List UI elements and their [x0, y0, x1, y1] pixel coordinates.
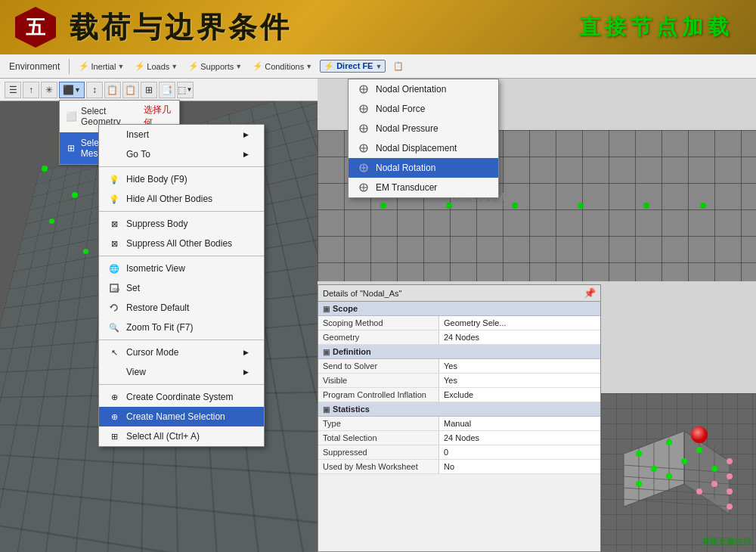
ctx-suppress-body[interactable]: ⊠ Suppress Body: [99, 214, 264, 234]
direct-fe-dropdown-arrow: ▼: [376, 63, 383, 70]
svg-point-32: [727, 458, 733, 464]
definition-toggle: ▣: [323, 348, 330, 356]
svg-point-38: [691, 426, 708, 443]
ctx-sep2: [99, 211, 264, 212]
def-row-2: Visible Yes: [318, 374, 600, 388]
send-to-solver-value[interactable]: Yes: [439, 359, 600, 373]
scope-row-1: Scoping Method Geometry Sele...: [318, 316, 600, 330]
svg-point-30: [636, 481, 642, 487]
select-all-icon: ⊞: [108, 430, 120, 442]
statistics-section-header[interactable]: ▣ Statistics: [318, 402, 600, 417]
def-row-1: Send to Solver Yes: [318, 359, 600, 374]
pin-button[interactable]: 📌: [584, 287, 596, 299]
loads-icon: ⚡: [135, 61, 145, 71]
scope-toggle: ▣: [323, 305, 330, 313]
used-by-mesh-value[interactable]: No: [439, 460, 600, 473]
icon-btn-5[interactable]: 📋: [104, 82, 121, 98]
total-selection-value[interactable]: 24 Nodes: [439, 431, 600, 445]
cursor-icon: ↖: [108, 346, 120, 358]
dfe-nodal-orientation[interactable]: Nodal Orientation: [349, 79, 498, 99]
ctx-restore-default[interactable]: Restore Default: [99, 298, 264, 318]
definition-section-header[interactable]: ▣ Definition: [318, 345, 600, 359]
ctx-create-named[interactable]: ⊕ Create Named Selection: [99, 407, 264, 426]
conditions-icon: ⚡: [253, 61, 263, 71]
visible-value[interactable]: Yes: [439, 374, 600, 387]
set-icon: iso: [108, 282, 120, 294]
dfe-nodal-force[interactable]: Nodal Force: [349, 99, 498, 119]
select-dropdown-btn[interactable]: ⬛ ▼: [59, 82, 85, 98]
ctx-cursor-mode[interactable]: ↖ Cursor Mode: [99, 343, 264, 362]
bottom-area: Details of "Nodal_As" 📌 ▣ Scope Scoping …: [318, 281, 756, 552]
hexagon-label: 五: [26, 14, 45, 41]
dfe-nodal-pressure[interactable]: Nodal Pressure: [349, 119, 498, 138]
hide-all-icon: 💡: [108, 193, 120, 205]
suppressed-value[interactable]: 0: [439, 445, 600, 459]
details-title-bar: Details of "Nodal_As" 📌: [318, 285, 600, 302]
toolbar-inertial[interactable]: ⚡ Inertial ▼: [76, 60, 127, 73]
icon-btn-9[interactable]: ⬚ ▼: [177, 82, 194, 98]
header-hexagon: 五: [15, 7, 56, 48]
grid-node-1: [380, 203, 386, 209]
toolbar-supports[interactable]: ⚡ Supports ▼: [185, 60, 245, 73]
svg-point-26: [696, 447, 702, 453]
ctx-create-coord[interactable]: ⊕ Create Coordinate System: [99, 387, 264, 407]
geometry-value[interactable]: 24 Nodes: [439, 330, 600, 344]
toolbar-conditions[interactable]: ⚡ Conditions ▼: [249, 60, 315, 73]
icon-btn-2[interactable]: ↑: [23, 82, 39, 98]
toolbar-sep1: [69, 59, 70, 74]
ctx-set[interactable]: iso Set: [99, 278, 264, 298]
dfe-nodal-displacement[interactable]: Nodal Displacement: [349, 138, 498, 158]
icon-btn-8[interactable]: 📑: [159, 82, 175, 98]
suppress-all-icon: ⊠: [108, 237, 120, 250]
viewport-3d-left[interactable]: 1CAE.COM Insert Go To 💡 Hide Body (F9) �: [0, 101, 318, 552]
grid-node-3: [512, 203, 518, 209]
grid-node-2: [446, 203, 452, 209]
scope-section-header[interactable]: ▣ Scope: [318, 302, 600, 316]
ctx-hide-all[interactable]: 💡 Hide All Other Bodies: [99, 189, 264, 209]
em-transducer-icon: [358, 181, 370, 194]
left-panel: ☰ ↑ ✳ ⬛ ▼ ⬜ Select Geometry 选择几何 ⊞: [0, 79, 318, 552]
program-controlled-value[interactable]: Exclude: [439, 388, 600, 402]
scoping-method-value[interactable]: Geometry Sele...: [439, 316, 600, 330]
ctx-zoom-to-fit[interactable]: 🔍 Zoom To Fit (F7): [99, 318, 264, 337]
nodal-orientation-icon: [358, 83, 370, 95]
nodal-force-icon: [358, 103, 370, 115]
mesh-icon: ⊞: [66, 143, 76, 154]
dfe-nodal-rotation[interactable]: Nodal Rotation: [349, 158, 498, 178]
def-row-3: Program Controlled Inflation Exclude: [318, 388, 600, 402]
svg-text:iso: iso: [113, 287, 119, 292]
toolbar-environment[interactable]: Environment: [6, 60, 63, 73]
goto-icon: [108, 148, 120, 160]
ctx-hide-body[interactable]: 💡 Hide Body (F9): [99, 169, 264, 189]
icon-btn-6[interactable]: 📋: [122, 82, 139, 98]
dfe-em-transducer[interactable]: EM Transducer: [349, 178, 498, 197]
svg-point-31: [666, 473, 672, 479]
nodal-pressure-icon: [358, 122, 370, 135]
grid-node-5: [643, 203, 649, 209]
ctx-goto[interactable]: Go To: [99, 144, 264, 164]
visible-label: Visible: [318, 374, 439, 387]
ctx-view[interactable]: View: [99, 362, 264, 382]
icon-btn-1[interactable]: ☰: [5, 82, 21, 98]
toolbar-extra-btn[interactable]: 📋: [390, 60, 407, 73]
zoom-icon: 🔍: [108, 321, 120, 333]
total-selection-label: Total Selection: [318, 431, 439, 445]
ctx-iso-view[interactable]: 🌐 Isometric View: [99, 259, 264, 278]
icon-btn-7[interactable]: ⊞: [141, 82, 157, 98]
icon-btn-3[interactable]: ✳: [41, 82, 57, 98]
block-3d-container[interactable]: [601, 393, 756, 552]
icon-btn-4[interactable]: ↕: [86, 82, 103, 98]
ctx-select-all[interactable]: ⊞ Select All (Ctrl+ A): [99, 426, 264, 446]
toolbar-loads[interactable]: ⚡ Loads ▼: [132, 60, 181, 73]
used-by-mesh-label: Used by Mesh Worksheet: [318, 460, 439, 473]
type-value[interactable]: Manual: [439, 417, 600, 430]
header-subtitle: 直接节点加载: [579, 13, 733, 42]
suppressed-label: Suppressed: [318, 445, 439, 459]
block-3d-svg: [601, 393, 756, 552]
select-dropdown[interactable]: ⬛ ▼ ⬜ Select Geometry 选择几何 ⊞ Select Mesh…: [59, 82, 85, 98]
ctx-suppress-all[interactable]: ⊠ Suppress All Other Bodies: [99, 234, 264, 253]
isometric-icon: 🌐: [108, 262, 120, 274]
ctx-insert[interactable]: Insert: [99, 125, 264, 144]
ctx-sep4: [99, 340, 264, 340]
toolbar-direct-fe[interactable]: ⚡ Direct FE ▼: [320, 60, 386, 73]
